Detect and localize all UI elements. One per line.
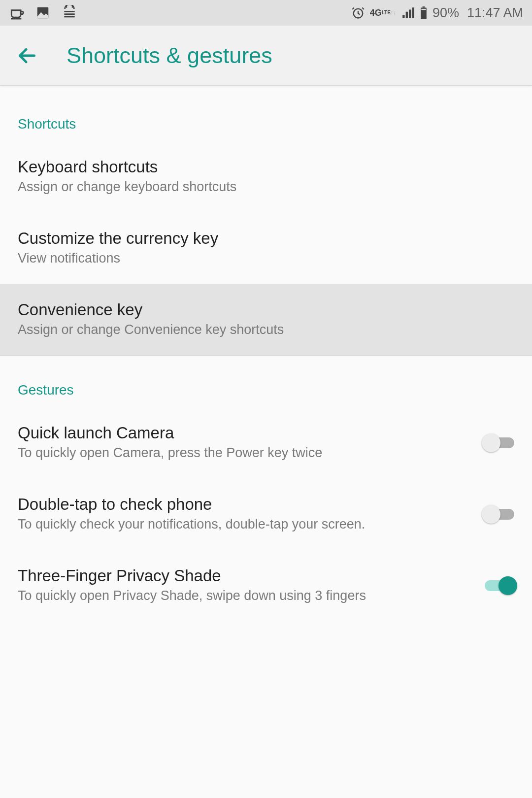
- item-customize-currency-key[interactable]: Customize the currency key View notifica…: [0, 212, 532, 284]
- network-4g-icon: 4GLTE ↑↓: [370, 8, 396, 17]
- item-subtitle: Assign or change keyboard shortcuts: [18, 178, 514, 196]
- section-header-gestures: Gestures: [0, 361, 532, 407]
- usb-debug-icon: [61, 5, 78, 21]
- battery-icon: [420, 6, 428, 20]
- coffee-icon: [9, 5, 25, 21]
- image-icon: [35, 5, 50, 20]
- app-bar: Shortcuts & gestures: [0, 26, 532, 86]
- toggle-double-tap-check-phone[interactable]: [482, 505, 514, 524]
- battery-percent: 90%: [432, 5, 459, 21]
- item-title: Three-Finger Privacy Shade: [18, 566, 470, 585]
- back-button[interactable]: [15, 43, 39, 68]
- toggle-three-finger-privacy-shade[interactable]: [482, 576, 514, 595]
- item-title: Convenience key: [18, 300, 514, 319]
- item-subtitle: View notifications: [18, 250, 514, 267]
- item-subtitle: Assign or change Convenience key shortcu…: [18, 321, 514, 338]
- clock: 11:47 AM: [467, 5, 523, 21]
- item-title: Keyboard shortcuts: [18, 158, 514, 176]
- signal-icon: [401, 6, 415, 19]
- status-right: 4GLTE ↑↓ 90% 11:47 AM: [351, 5, 523, 21]
- alarm-icon: [351, 6, 365, 20]
- arrow-left-icon: [16, 45, 38, 66]
- item-title: Quick launch Camera: [18, 424, 470, 442]
- svg-rect-9: [421, 9, 426, 10]
- page-title: Shortcuts & gestures: [66, 43, 272, 68]
- network-label: 4G: [370, 8, 382, 17]
- item-quick-launch-camera[interactable]: Quick launch Camera To quickly open Came…: [0, 407, 532, 478]
- toggle-quick-launch-camera[interactable]: [482, 433, 514, 452]
- item-convenience-key[interactable]: Convenience key Assign or change Conveni…: [0, 284, 532, 356]
- item-subtitle: To quickly check your notifications, dou…: [18, 516, 470, 533]
- item-three-finger-privacy-shade[interactable]: Three-Finger Privacy Shade To quickly op…: [0, 550, 532, 621]
- status-left: [9, 5, 78, 21]
- status-bar: 4GLTE ↑↓ 90% 11:47 AM: [0, 0, 532, 26]
- svg-rect-8: [423, 6, 425, 7]
- section-header-shortcuts: Shortcuts: [0, 95, 532, 141]
- item-title: Customize the currency key: [18, 229, 514, 248]
- item-double-tap-check-phone[interactable]: Double-tap to check phone To quickly che…: [0, 478, 532, 550]
- item-keyboard-shortcuts[interactable]: Keyboard shortcuts Assign or change keyb…: [0, 141, 532, 212]
- item-subtitle: To quickly open Camera, press the Power …: [18, 444, 470, 462]
- content: Shortcuts Keyboard shortcuts Assign or c…: [0, 86, 532, 622]
- item-title: Double-tap to check phone: [18, 495, 470, 514]
- item-subtitle: To quickly open Privacy Shade, swipe dow…: [18, 587, 470, 604]
